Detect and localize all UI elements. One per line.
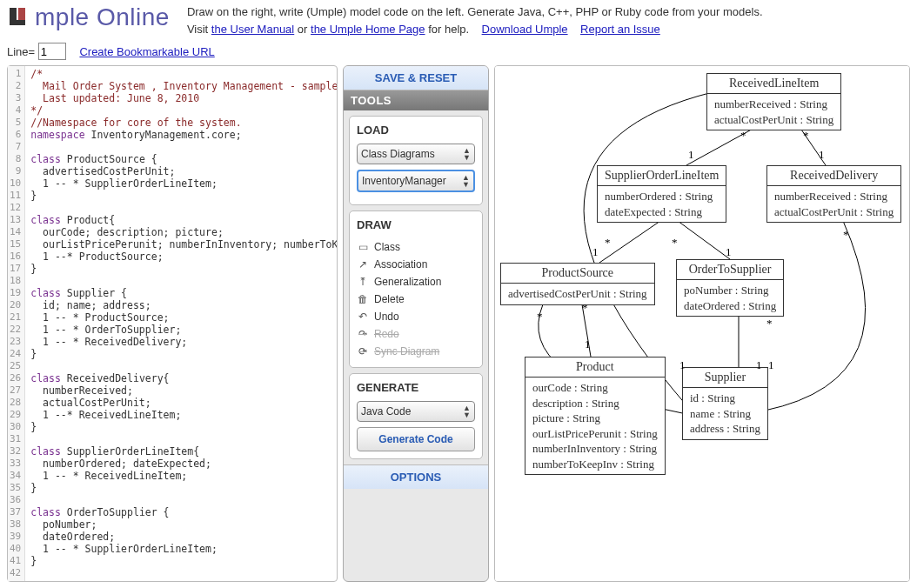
- uml-class-attrs: numberOrdered : StringdateExpected : Str…: [598, 186, 726, 222]
- undo-icon: ↶: [357, 311, 369, 323]
- multiplicity-label: 1: [756, 358, 762, 372]
- uml-class-attrs: poNumber : StringdateOrdered : String: [677, 280, 783, 316]
- code-text[interactable]: /* Mail Order System , Inventory Managem…: [25, 66, 337, 581]
- umple-logo-icon: [7, 5, 31, 30]
- line-gutter: 1234567891011121314151617181920212223242…: [8, 66, 25, 581]
- draw-tool-sync-diagram: ⟳Sync Diagram: [357, 343, 475, 360]
- diagram-pane[interactable]: ReceivedLineItemnumberReceived : Stringa…: [494, 65, 910, 582]
- draw-tool-undo[interactable]: ↶Undo: [357, 308, 475, 325]
- multiplicity-label: *: [740, 129, 746, 143]
- draw-section: DRAW ▭Class↗Association⤒Generalization🗑D…: [349, 210, 483, 368]
- chevron-updown-icon: ▲▼: [462, 174, 470, 188]
- draw-tool-association[interactable]: ↗Association: [357, 256, 475, 273]
- uml-class-ReceivedLineItem[interactable]: ReceivedLineItemnumberReceived : Stringa…: [706, 73, 841, 130]
- uml-class-title: OrderToSupplier: [677, 260, 783, 280]
- multiplicity-label: 1: [819, 148, 825, 162]
- chevron-updown-icon: ▲▼: [463, 147, 471, 161]
- logo: mple Online: [7, 3, 170, 31]
- multiplicity-label: *: [672, 236, 678, 250]
- save-reset-button[interactable]: SAVE & RESET: [344, 66, 488, 90]
- create-bookmark-link[interactable]: Create Bookmarkable URL: [79, 45, 214, 58]
- user-manual-link[interactable]: the User Manual: [211, 23, 294, 36]
- uml-class-Product[interactable]: ProductourCode : Stringdescription : Str…: [525, 357, 666, 475]
- load-header: LOAD: [357, 124, 475, 137]
- uml-class-attrs: advertisedCostPerUnit : String: [501, 284, 654, 304]
- multiplicity-label: 1: [688, 148, 694, 162]
- redo-icon: ↷: [357, 328, 369, 340]
- uml-class-attrs: ourCode : Stringdescription : Stringpict…: [525, 378, 665, 474]
- class-diagrams-select[interactable]: Class Diagrams ▲▼: [357, 144, 475, 164]
- delete-icon: 🗑: [357, 293, 369, 305]
- sync diagram-icon: ⟳: [357, 345, 369, 357]
- main-area: 1234567891011121314151617181920212223242…: [0, 65, 917, 582]
- report-issue-link[interactable]: Report an Issue: [580, 23, 660, 36]
- uml-class-title: ReceivedDelivery: [767, 166, 900, 186]
- svg-line-6: [678, 221, 730, 259]
- logo-text: mple Online: [35, 3, 170, 31]
- multiplicity-label: 1: [768, 358, 774, 372]
- home-page-link[interactable]: the Umple Home Page: [311, 23, 425, 36]
- multiplicity-label: *: [766, 317, 773, 331]
- header-description: Draw on the right, write (Umple) model c…: [187, 3, 763, 37]
- chevron-updown-icon: ▲▼: [463, 404, 471, 418]
- header-line1: Draw on the right, write (Umple) model c…: [187, 3, 763, 21]
- draw-header: DRAW: [357, 218, 475, 231]
- multiplicity-label: *: [537, 310, 543, 324]
- multiplicity-label: 1: [592, 245, 599, 259]
- tools-header: TOOLS: [344, 90, 488, 110]
- tools-pane: SAVE & RESET TOOLS LOAD Class Diagrams ▲…: [343, 65, 489, 582]
- multiplicity-label: *: [582, 301, 588, 315]
- example-select[interactable]: InventoryManager ▲▼: [357, 170, 475, 192]
- line-number-input[interactable]: [38, 43, 66, 60]
- uml-class-title: Product: [525, 357, 665, 378]
- uml-class-ProductSource[interactable]: ProductSourceadvertisedCostPerUnit : Str…: [500, 263, 655, 305]
- uml-class-OrderToSupplier[interactable]: OrderToSupplierpoNumber : StringdateOrde…: [676, 259, 784, 317]
- multiplicity-label: *: [605, 236, 611, 250]
- uml-class-title: SupplierOrderLineItem: [598, 166, 726, 186]
- association-icon: ↗: [357, 258, 369, 271]
- multiplicity-label: *: [803, 129, 809, 143]
- uml-class-title: Supplier: [683, 368, 767, 388]
- generalization-icon: ⤒: [357, 276, 369, 288]
- uml-class-title: ProductSource: [501, 264, 654, 284]
- multiplicity-label: 1: [585, 337, 591, 351]
- uml-class-ReceivedDelivery[interactable]: ReceivedDeliverynumberReceived : Stringa…: [766, 165, 901, 223]
- load-section: LOAD Class Diagrams ▲▼ InventoryManager …: [349, 116, 483, 205]
- generate-section: GENERATE Java Code ▲▼ Generate Code: [349, 373, 483, 459]
- header: mple Online Draw on the right, write (Um…: [0, 0, 917, 41]
- generate-language-select[interactable]: Java Code ▲▼: [357, 401, 475, 422]
- multiplicity-label: 1: [726, 245, 732, 259]
- generate-header: GENERATE: [357, 381, 475, 394]
- multiplicity-label: *: [843, 228, 849, 242]
- options-button[interactable]: OPTIONS: [344, 464, 488, 489]
- generate-code-button[interactable]: Generate Code: [357, 427, 475, 451]
- draw-tool-class[interactable]: ▭Class: [357, 238, 475, 256]
- uml-class-Supplier[interactable]: Supplierid : Stringname : Stringaddress …: [682, 367, 768, 440]
- draw-tool-redo: ↷Redo: [357, 325, 475, 343]
- uml-class-attrs: id : Stringname : Stringaddress : String: [683, 388, 767, 439]
- draw-tool-delete[interactable]: 🗑Delete: [357, 291, 475, 308]
- class-icon: ▭: [357, 241, 369, 253]
- code-editor-pane[interactable]: 1234567891011121314151617181920212223242…: [7, 65, 338, 582]
- draw-tool-generalization[interactable]: ⤒Generalization: [357, 273, 475, 291]
- uml-class-title: ReceivedLineItem: [707, 74, 840, 94]
- download-link[interactable]: Download Umple: [482, 23, 568, 36]
- uml-class-attrs: numberReceived : StringactualCostPerUnit…: [767, 186, 900, 222]
- line-row: Line= Create Bookmarkable URL: [0, 41, 917, 65]
- multiplicity-label: 1: [679, 358, 686, 372]
- uml-class-attrs: numberReceived : StringactualCostPerUnit…: [707, 94, 840, 130]
- uml-class-SupplierOrderLineItem[interactable]: SupplierOrderLineItemnumberOrdered : Str…: [597, 165, 726, 223]
- line-label: Line=: [7, 45, 35, 58]
- header-line2: Visit the User Manual or the Umple Home …: [187, 21, 763, 38]
- svg-rect-2: [10, 20, 25, 25]
